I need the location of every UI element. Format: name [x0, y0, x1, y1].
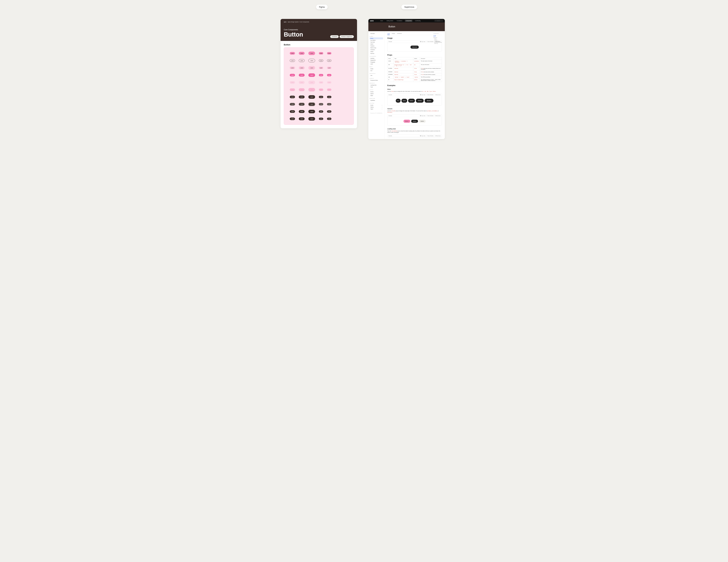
swatch-dark2-xs[interactable]: Label	[319, 110, 323, 113]
swatch-dark2-sm[interactable]: Label	[290, 110, 295, 113]
open-sandbox-button[interactable]: Open Sandbox	[427, 135, 434, 136]
toc-with-icon[interactable]: With icon	[433, 43, 444, 44]
sidebar-item-overview[interactable]: Overview	[370, 33, 383, 35]
guidelines-button[interactable]: Guidelines	[330, 35, 339, 38]
sidebar-item-spacer[interactable]: Spacer	[370, 93, 383, 95]
swatch-outline-sm[interactable]: Label	[290, 59, 295, 62]
sidebar-item-inputbase[interactable]: InputBase	[370, 99, 383, 101]
sidebar-item-textarea[interactable]: Textarea	[370, 45, 383, 47]
open-sandbox-button[interactable]: Open Sandbox	[427, 94, 434, 95]
toc-rendering-as-a-link[interactable]: Rendering as a link	[433, 42, 444, 43]
sidebar-item-icon-button[interactable]: Icon Button	[370, 39, 383, 41]
variant-primary-button[interactable]: Button	[403, 120, 410, 123]
swatch-soft-sm[interactable]: Label	[290, 67, 295, 69]
sidebar-item-hint-box[interactable]: Hint Box	[370, 53, 383, 54]
toc-examples[interactable]: Examples	[433, 37, 444, 38]
swatch-outline-lg[interactable]: Label	[308, 59, 315, 62]
swatch-dark3-md[interactable]: Label	[299, 117, 305, 120]
swatch-outline-md[interactable]: Label	[299, 59, 305, 62]
toc-variants[interactable]: Variants	[433, 39, 444, 41]
sidebar-item-button[interactable]: Button	[370, 37, 383, 39]
swatch-dark-md[interactable]: Label	[299, 96, 305, 98]
swatch-dark2-lg[interactable]: Label	[308, 110, 315, 113]
sidebar-item-icon[interactable]: Icon	[370, 70, 383, 72]
tab-code[interactable]: Code	[387, 33, 390, 35]
swatch-soft-md[interactable]: Label	[299, 66, 305, 69]
nav-getting-started[interactable]: Getting started	[386, 20, 394, 22]
swatch-dark2-md[interactable]: Label	[299, 110, 305, 113]
tab-guidelines[interactable]: Guidelines	[397, 33, 402, 35]
sidebar-item-heading[interactable]: Heading	[370, 57, 383, 59]
copy-code-button[interactable]: Copy code	[420, 135, 425, 136]
sidebar-item-styling[interactable]: Styling›	[370, 106, 383, 108]
swatch-dark-xs2[interactable]: Label	[327, 96, 331, 98]
sidebar-item-radio-group[interactable]: Radio Group	[370, 47, 383, 49]
size-md-button[interactable]: Button	[408, 99, 415, 103]
reset-demo-button[interactable]: Reset demo	[435, 135, 441, 136]
toc-sizes[interactable]: Sizes	[433, 38, 444, 39]
reset-demo-button[interactable]: Reset demo	[435, 94, 441, 95]
swatch-soft-xs[interactable]: Label	[319, 67, 323, 69]
sidebar-item-hooks[interactable]: Hooks›	[370, 104, 383, 106]
swatch-dark-lg[interactable]: Label	[308, 95, 315, 99]
swatch-dark2-xs2[interactable]: Label	[327, 110, 331, 113]
sidebar-item-text-field[interactable]: Text Field	[370, 41, 383, 43]
copy-code-button[interactable]: Copy code	[420, 94, 425, 95]
swatch-deep-md[interactable]: Label	[299, 74, 305, 77]
sidebar-item-types[interactable]: Types›	[370, 108, 383, 110]
sidebar-item-switch[interactable]: Switch	[370, 51, 383, 53]
tab-design[interactable]: Design	[392, 33, 395, 35]
nav-contributing[interactable]: Contributing	[414, 20, 422, 22]
variant-tertiary-button[interactable]: Button	[419, 120, 426, 123]
sidebar-item-label[interactable]: Label	[370, 63, 383, 65]
sidebar-item-toast[interactable]: Toast	[370, 86, 383, 88]
variant-secondary-button[interactable]: Button	[411, 120, 418, 123]
swatch-primary-sm[interactable]: Label	[290, 52, 295, 55]
swatch-deep-sm[interactable]: Label	[290, 74, 295, 76]
swatch-dark-xs[interactable]: Label	[319, 96, 323, 98]
swatch-dark3-xs2[interactable]: Label	[327, 118, 331, 120]
swatch-deep-xs[interactable]: Label	[319, 74, 323, 76]
swatch-dark-out-md[interactable]: Label	[299, 103, 305, 106]
swatch-primary-xs[interactable]: Label	[319, 52, 323, 54]
swatch-primary-md[interactable]: Label	[299, 52, 305, 55]
swatch-dark3-lg[interactable]: Label	[308, 117, 315, 121]
toc-usage[interactable]: Usage	[433, 35, 444, 36]
swatch-dark-out-lg[interactable]: Label	[308, 102, 315, 106]
sidebar-item-avatar[interactable]: Avatar	[370, 68, 383, 70]
swatch-dark3-sm[interactable]: Label	[290, 117, 295, 120]
search-input[interactable]: Search...	[434, 20, 443, 22]
swatch-primary-lg[interactable]: Label	[308, 52, 315, 55]
size-sm-button[interactable]: Button	[401, 99, 407, 103]
swatch-soft-xs2[interactable]: Label	[327, 67, 331, 69]
demo-click-me-button[interactable]: Click me!	[410, 46, 419, 49]
swatch-dark3-xs[interactable]: Label	[319, 118, 323, 120]
sidebar-item-displaytext[interactable]: DisplayText	[370, 59, 383, 61]
copy-code-button[interactable]: Copy code	[420, 115, 425, 116]
sidebar-item-divider[interactable]: Divider	[370, 91, 383, 93]
swatch-dark-sm[interactable]: Label	[290, 96, 295, 98]
size-lg-button[interactable]: Button	[416, 99, 424, 103]
sidebar-item-stack[interactable]: Stack	[370, 95, 383, 97]
swatch-outline-xs2[interactable]: Label	[327, 59, 331, 62]
copy-code-button[interactable]: Copy code	[420, 41, 425, 42]
sidebar-item-checkbox[interactable]: Checkbox	[370, 49, 383, 51]
swatch-soft-lg[interactable]: Label	[308, 66, 315, 70]
sidebar-item-paragraph[interactable]: Paragraph	[370, 61, 383, 63]
swatch-outline-xs[interactable]: Label	[319, 59, 323, 62]
swatch-dark-out-sm[interactable]: Label	[290, 103, 295, 106]
logo[interactable]: qasa	[370, 20, 374, 22]
swatch-dark-out-xs2[interactable]: Label	[327, 103, 331, 105]
size-xs-button[interactable]: Button	[396, 99, 401, 103]
swatch-primary-xs2[interactable]: Label	[327, 52, 331, 54]
swatch-deep-xs2[interactable]: Label	[327, 74, 331, 76]
sidebar-item-select[interactable]: Select	[370, 43, 383, 45]
reset-demo-button[interactable]: Reset demo	[435, 115, 441, 116]
nav-home[interactable]: Home	[379, 20, 384, 22]
preview-supernova-button[interactable]: Preview in Supernova	[340, 35, 354, 38]
sidebar-item-link[interactable]: Link	[370, 75, 383, 76]
breadcrumb-root[interactable]: Qasa Design System	[288, 21, 299, 23]
swatch-deep-lg[interactable]: Label	[308, 73, 315, 77]
toc-loading-state[interactable]: Loading state	[433, 41, 444, 42]
breadcrumb-page[interactable]: Core Components	[300, 21, 309, 23]
